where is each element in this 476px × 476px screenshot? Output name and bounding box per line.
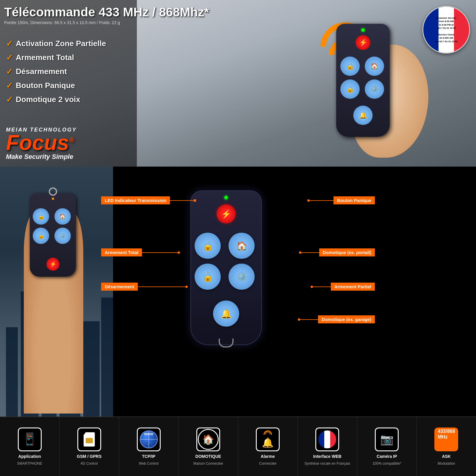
remote-device-body: ⚡ 🔒 🏠 🔓 ⚙️ 🔔 <box>336 24 390 137</box>
diagram-carabiner <box>219 339 234 347</box>
domotique-sublabel: Maison Connectée <box>193 461 223 466</box>
ann-armpartiel-label: Armement Partiel <box>331 283 375 291</box>
keychain-remote-body: ⚡ 🔒 🏠 🔓 ⚙️ <box>30 193 76 277</box>
interface-label: Interface WEB <box>313 454 342 459</box>
smartphone-icon: 📱 <box>22 432 37 446</box>
annotation-domo1: Domotique (ex. portail) <box>299 248 375 256</box>
check-icon-4: ✓ <box>6 81 13 90</box>
alarme-wave-top <box>262 430 274 436</box>
icon-cell-gsm: GSM / GPRS 4G Control <box>60 417 119 476</box>
ann-armtotal-line <box>142 252 178 253</box>
ann-armtotal-label: Armement Total <box>101 248 142 256</box>
globe-icon: WWW <box>140 430 158 448</box>
diagram-area: ⚡ 🔒 🏠 🔓 ⚙️ 🔔 LED Indicateu <box>98 176 378 414</box>
tcpip-label: TCP/IP <box>142 454 155 459</box>
annotation-led-tx: LED Indicateur Transmission <box>101 196 196 204</box>
service-circle-text: Customer Servicefrom 8.00 AMto 8.00 PM a… <box>432 13 461 46</box>
alarme-sublabel: Connectée <box>259 461 276 466</box>
remote-panic-button: ⚡ <box>356 35 370 50</box>
gsm-icon-box <box>77 428 101 451</box>
camera-sublabel: 100% compatible* <box>372 461 401 466</box>
remote-btn-lock: 🔒 <box>340 57 360 76</box>
ann-armtotal-dot <box>178 251 180 254</box>
ask-rings-icon <box>437 440 455 450</box>
ann-led-dot <box>194 199 196 202</box>
freq-text: 433/868MHz <box>438 428 455 440</box>
diagram-btn-domo1: 🏠 <box>228 233 255 259</box>
bell-icon: 🔔 <box>262 437 274 448</box>
gsm-sublabel: 4G Control <box>81 461 98 466</box>
camera-icon-box: 📷 <box>375 428 399 451</box>
flag-small-red <box>330 430 336 448</box>
camera-label: Caméra IP <box>377 454 397 459</box>
keychain-button-grid: 🔒 🏠 🔓 ⚙️ <box>33 208 73 244</box>
diagram-btn-armtotal: 🔒 <box>195 233 221 259</box>
remote-btn-bottom: 🔔 <box>353 106 373 125</box>
ann-domo2-line <box>300 319 318 320</box>
feature-3: ✓ Désarmement <box>6 67 106 76</box>
gsm-label: GSM / GPRS <box>77 454 101 459</box>
keychain-btn-4: ⚙️ <box>54 228 71 244</box>
french-flag-circle: Customer Servicefrom 8.00 AMto 8.00 PM a… <box>422 6 470 54</box>
icon-cell-alarme: 🔔 Alarme Connectée <box>238 417 298 476</box>
diagram-panic-button: ⚡ <box>217 204 236 223</box>
tcpip-icon-box: WWW <box>137 428 161 451</box>
bell-with-waves: 🔔 <box>262 430 274 448</box>
diagram-buttons-grid: 🔒 🏠 🔓 ⚙️ <box>195 233 258 290</box>
annotation-disarm: Désarmement <box>101 283 188 291</box>
flag-small-blue <box>318 430 324 448</box>
icon-cell-domotique: 🏠 DOMOTIQUE Maison Connectée <box>178 417 238 476</box>
main-title: Télécommande 433 MHz / 868Mhz* <box>4 5 209 19</box>
remote-button-grid: 🔒 🏠 🔓 ⚙️ <box>340 57 386 99</box>
ann-panic-label: Bouton Panique <box>333 196 375 204</box>
alarme-label: Alarme <box>261 454 275 459</box>
feature-4: ✓ Bouton Panique <box>6 81 106 90</box>
brand-tagline: Make Security Simple <box>6 153 77 161</box>
bottom-icons-bar: 📱 Application SMARTPHONE GSM / GPRS 4G C… <box>0 416 476 476</box>
tcpip-sublabel: Web Control <box>139 461 159 466</box>
feature-2: ✓ Armement Total <box>6 53 106 62</box>
keychain-hand-area: ⚡ 🔒 🏠 🔓 ⚙️ <box>18 181 95 414</box>
ann-disarm-line <box>138 286 185 287</box>
diagram-remote-body: ⚡ 🔒 🏠 🔓 ⚙️ 🔔 <box>190 190 262 345</box>
check-icon-5: ✓ <box>6 95 13 104</box>
remote-hand-area: ⚡ 🔒 🏠 🔓 ⚙️ 🔔 <box>333 21 428 158</box>
remote-btn-home: 🏠 <box>365 57 384 76</box>
building-1 <box>6 327 18 416</box>
french-flag-small <box>318 430 336 448</box>
ann-panic-line <box>310 200 333 201</box>
annotation-domo2: Domotique (ex. garage) <box>298 315 375 323</box>
icon-cell-interface: Interface WEB Synthèse vocale en Françai… <box>298 417 357 476</box>
ask-label: ASK <box>442 454 451 459</box>
title-block: Télécommande 433 MHz / 868Mhz* Portée 15… <box>4 5 209 25</box>
ann-armpartiel-line <box>313 286 331 287</box>
remote-btn-unlock: 🔓 <box>340 79 360 99</box>
icon-cell-tcpip: WWW TCP/IP Web Control <box>119 417 178 476</box>
remote-led-indicator <box>361 29 364 32</box>
ann-domo2-label: Domotique (ex. garage) <box>318 315 375 323</box>
diagram-btn-bottom: 🔔 <box>213 300 239 327</box>
feature-5: ✓ Domotique 2 voix <box>6 95 106 104</box>
ann-armpartiel-dot <box>311 286 313 288</box>
alarme-icon-box: 🔔 <box>256 428 280 451</box>
smartphone-label: Application <box>18 454 41 459</box>
keychain-btn-3: 🔓 <box>33 228 49 244</box>
icon-cell-ask: 433/868MHz ASK Modulation <box>417 417 476 476</box>
ann-panic-dot <box>307 199 310 202</box>
ann-domo2-dot <box>298 318 300 321</box>
ann-led-label: LED Indicateur Transmission <box>101 196 170 204</box>
brand-block: MEIAN TECHNOLOGY Focus® Make Security Si… <box>6 127 77 161</box>
interface-icon-box <box>315 428 339 451</box>
feature-1: ✓ Activation Zone Partielle <box>6 39 106 48</box>
check-icon-3: ✓ <box>6 67 13 76</box>
diagram-remote-container: ⚡ 🔒 🏠 🔓 ⚙️ 🔔 <box>190 190 265 351</box>
interface-sublabel: Synthèse vocale en Français <box>304 461 350 466</box>
camera-icon: 📷 <box>380 433 394 446</box>
ann-disarm-dot <box>185 286 188 288</box>
ask-icon-box: 433/868MHz <box>434 428 458 451</box>
smartphone-icon-box: 📱 <box>18 428 42 451</box>
brand-name: Focus® <box>6 133 77 152</box>
features-list: ✓ Activation Zone Partielle ✓ Armement T… <box>6 39 106 109</box>
keychain-led <box>52 198 54 200</box>
remote-btn-gear: ⚙️ <box>365 79 384 99</box>
